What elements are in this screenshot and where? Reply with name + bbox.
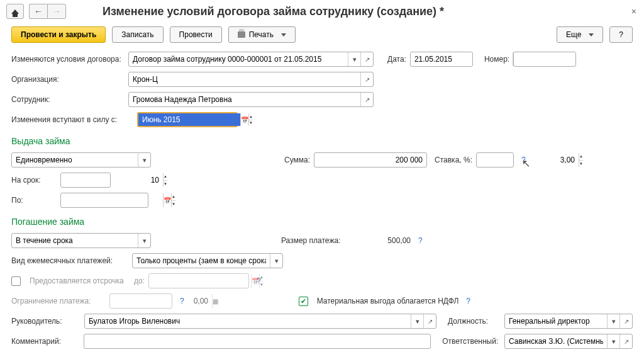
position-label: Должность: xyxy=(448,317,501,326)
deferral-until-input xyxy=(149,274,251,288)
manager-dropdown[interactable]: ▾ xyxy=(411,314,423,328)
repayment-mode-group[interactable]: ▾ xyxy=(11,233,151,248)
conditions-label: Изменяются условия договора: xyxy=(11,55,125,64)
until-picker[interactable] xyxy=(163,193,171,207)
manager-input[interactable] xyxy=(85,314,411,328)
cursor-icon: ↖ xyxy=(522,157,530,169)
number-label: Номер: xyxy=(484,55,509,64)
print-label: Печать xyxy=(249,30,274,39)
org-input[interactable] xyxy=(129,72,360,86)
repayment-mode-input[interactable] xyxy=(12,234,138,247)
effective-input-group[interactable]: ▲▼ xyxy=(137,112,238,127)
repayment-title: Погашение займа xyxy=(11,217,633,227)
deferral-until-spinner: ▲▼ xyxy=(259,274,264,288)
monthly-type-dropdown[interactable]: ▾ xyxy=(270,254,282,268)
issuance-title: Выдача займа xyxy=(11,136,633,146)
effective-label: Изменения вступают в силу с: xyxy=(11,115,133,124)
limit-calc xyxy=(212,294,218,308)
until-label: По: xyxy=(11,196,57,205)
org-input-group[interactable] xyxy=(128,72,374,87)
deferral-until-group: ▲▼ xyxy=(148,273,249,288)
monthly-type-label: Вид ежемесячных платежей: xyxy=(11,256,128,265)
date-input-group[interactable] xyxy=(410,52,473,67)
number-input-group[interactable] xyxy=(513,52,576,67)
post-button[interactable]: Провести xyxy=(170,26,222,43)
amount-input[interactable] xyxy=(314,153,426,167)
payment-size-help[interactable]: ? xyxy=(418,236,423,245)
rate-spinner[interactable]: ▲▼ xyxy=(579,153,583,167)
page-title: Изменение условий договора займа сотрудн… xyxy=(103,5,444,18)
comment-group[interactable] xyxy=(84,334,431,349)
position-group[interactable]: ▾ xyxy=(504,314,633,329)
until-spinner[interactable]: ▲▼ xyxy=(171,193,175,207)
comment-label: Комментарий: xyxy=(11,337,80,346)
repayment-mode-dropdown[interactable]: ▾ xyxy=(138,234,150,247)
issuance-mode-dropdown[interactable]: ▾ xyxy=(138,153,150,167)
printer-icon xyxy=(238,31,245,38)
position-input[interactable] xyxy=(505,314,607,328)
position-open[interactable] xyxy=(619,314,632,328)
deferral-until-label: до: xyxy=(134,276,145,285)
conditions-input[interactable] xyxy=(129,52,348,66)
arrow-left-icon: ← xyxy=(34,6,43,16)
close-button[interactable]: × xyxy=(631,6,636,16)
ndfl-help[interactable]: ? xyxy=(466,297,470,305)
comment-input[interactable] xyxy=(84,334,431,348)
conditions-input-group[interactable]: ▾ xyxy=(128,52,374,67)
effective-spinner[interactable]: ▲▼ xyxy=(248,113,253,126)
deferral-label: Предоставляется отсрочка xyxy=(30,276,130,285)
employee-input-group[interactable] xyxy=(128,92,374,107)
effective-picker[interactable] xyxy=(240,113,248,126)
date-label: Дата: xyxy=(387,55,406,64)
help-button[interactable]: ? xyxy=(609,26,633,43)
term-group[interactable]: ▲▼ xyxy=(60,173,111,188)
deferral-checkbox[interactable] xyxy=(11,276,21,286)
number-input[interactable] xyxy=(514,52,616,66)
responsible-input[interactable] xyxy=(505,334,607,348)
manager-group[interactable]: ▾ xyxy=(84,314,436,329)
print-button[interactable]: Печать xyxy=(228,26,296,43)
responsible-open[interactable] xyxy=(619,334,632,348)
ndfl-label: Материальная выгода облагается НДФЛ xyxy=(317,297,459,305)
more-button[interactable]: Еще xyxy=(557,26,603,43)
until-input[interactable] xyxy=(61,193,163,207)
home-button[interactable] xyxy=(6,4,24,19)
position-dropdown[interactable]: ▾ xyxy=(607,314,619,328)
write-button[interactable]: Записать xyxy=(112,26,163,43)
until-group[interactable]: ▲▼ xyxy=(60,193,148,208)
deferral-until-picker xyxy=(251,274,259,288)
back-button[interactable]: ← xyxy=(29,4,47,19)
payment-size-label: Размер платежа: xyxy=(281,236,357,245)
limit-group xyxy=(109,293,172,309)
term-spinner[interactable]: ▲▼ xyxy=(163,173,167,187)
effective-input[interactable] xyxy=(138,113,240,126)
forward-button: → xyxy=(47,4,66,19)
issuance-mode-input[interactable] xyxy=(12,153,138,167)
org-open[interactable] xyxy=(360,72,373,86)
ndfl-checkbox[interactable]: ✔ xyxy=(299,297,308,306)
responsible-label: Ответственный: xyxy=(442,337,501,346)
arrow-right-icon: → xyxy=(52,6,61,16)
term-input[interactable] xyxy=(61,173,163,187)
employee-open[interactable] xyxy=(360,93,373,106)
limit-label: Ограничение платежа: xyxy=(11,297,106,305)
manager-open[interactable] xyxy=(423,314,436,328)
term-label: На срок: xyxy=(11,176,57,185)
home-icon xyxy=(11,9,19,14)
payment-size-value: 500,00 xyxy=(360,236,411,245)
rate-label: Ставка, %: xyxy=(435,156,472,164)
monthly-type-input[interactable] xyxy=(133,254,270,268)
limit-input xyxy=(110,294,212,308)
manager-label: Руководитель: xyxy=(11,317,80,326)
conditions-open[interactable] xyxy=(360,52,373,66)
responsible-dropdown[interactable]: ▾ xyxy=(607,334,619,348)
conditions-dropdown[interactable]: ▾ xyxy=(348,52,360,66)
rate-group[interactable]: ▲▼ xyxy=(476,152,514,168)
post-and-close-button[interactable]: Провести и закрыть xyxy=(11,26,106,43)
employee-input[interactable] xyxy=(129,93,360,106)
amount-label: Сумма: xyxy=(284,156,310,164)
issuance-mode-group[interactable]: ▾ xyxy=(11,152,151,168)
responsible-group[interactable]: ▾ xyxy=(504,334,633,349)
amount-group[interactable] xyxy=(314,152,427,168)
monthly-type-group[interactable]: ▾ xyxy=(132,253,283,268)
